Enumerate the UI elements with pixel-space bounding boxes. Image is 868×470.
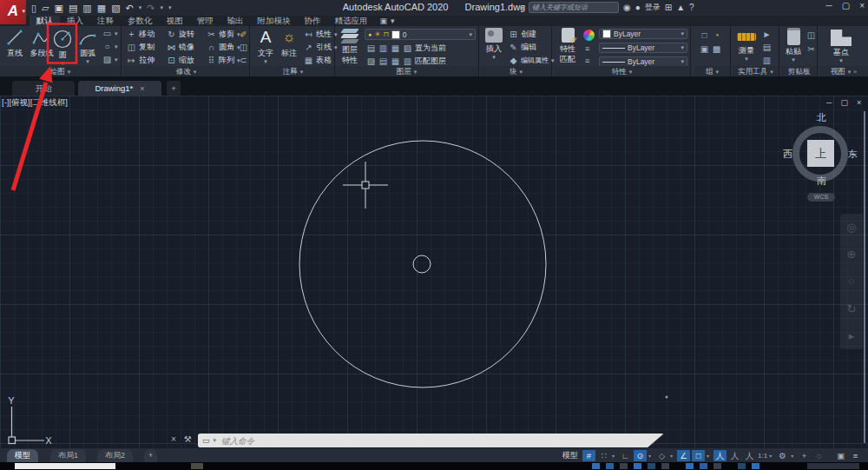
tool-group[interactable]: □◔ [700,30,721,41]
redo-button[interactable]: ↷ [147,1,155,15]
taskbar-icon[interactable] [648,463,655,469]
viewcube-top-face[interactable]: 上 [807,140,834,167]
user-icon[interactable]: ● [635,3,641,12]
showmotion-icon[interactable]: ▸ [849,329,855,342]
tool-measure[interactable]: 测量 ▾ [735,28,758,61]
new-drawing-tab-button[interactable]: + [167,81,181,96]
tool-trim[interactable]: ✂修剪▾ [207,29,240,40]
search-input[interactable] [529,2,619,13]
new-layout-button[interactable]: + [144,449,157,462]
lineweight-dropdown[interactable]: ByLayer ▾ [599,43,687,53]
panel-label-annotation[interactable]: 注释▾ [252,66,334,76]
tab-output[interactable]: 输出 [220,16,251,26]
taskbar-icon[interactable] [700,463,707,469]
customization-plus-button[interactable]: + [798,450,811,461]
arc-caret[interactable]: ▾ [86,59,89,63]
tool-circle[interactable]: 圆 ▾ [49,28,76,65]
color-wheel-icon[interactable] [583,30,595,41]
app-store-icon[interactable]: ⊞ [665,3,672,12]
isodraft-toggle[interactable]: ◇ [655,450,668,461]
orbit-icon[interactable]: ↻ [847,302,857,315]
circle-caret[interactable]: ▾ [61,61,64,65]
plot-button[interactable]: ▥ [82,1,91,15]
autodesk-alert-icon[interactable]: ▲ [676,3,685,12]
object-snap-tracking-toggle[interactable]: ∠ [677,450,690,461]
restore-button[interactable]: ▢ [842,1,850,10]
layer-on-tool-icon[interactable]: ▨ [366,56,376,66]
layer-unlock-icon[interactable]: ▥ [403,56,412,66]
tool-scale[interactable]: ⊡缩放 [167,55,194,66]
new-file-button[interactable]: ▯ [31,1,36,15]
layer-isolate-icon[interactable]: ▥ [378,43,388,53]
tool-rotate[interactable]: ↻旋转 [167,29,194,40]
panel-label-groups[interactable]: 组▾ [694,66,730,76]
tool-paste[interactable]: 粘贴 ▾ [783,28,804,62]
tool-cut-clip[interactable]: ✂ [806,43,816,55]
taskbar-icon[interactable] [752,463,760,469]
tool-base-point[interactable]: 基点 ▾ [828,28,854,63]
drawing-canvas[interactable] [0,96,868,448]
taskbar-icon[interactable] [620,463,628,469]
snap-toggle[interactable]: ∷ [597,450,610,461]
viewport-controls-label[interactable]: [-][俯视][二维线框] [2,97,68,109]
tool-offset[interactable]: ⊂ [239,55,248,66]
undo-button[interactable]: ↶ [126,1,134,15]
tool-layer-properties[interactable]: 图层 特性 [337,28,363,66]
layer-unisolate-icon[interactable]: ▤ [378,56,388,66]
tool-fillet[interactable]: ∩圆角▾ [207,42,240,53]
taskbar-app-button[interactable] [191,463,203,469]
vp-minimize-icon[interactable]: ─ [826,98,832,107]
binoculars-search-icon[interactable]: ◉ [623,3,631,12]
tab-addins[interactable]: 附加模块 [251,16,298,26]
isolate-objects-button[interactable]: ◌ [812,450,825,461]
model-space-label[interactable]: 模型 [562,450,578,461]
application-menu-button[interactable]: A▾ [0,0,26,24]
minimize-button[interactable]: ─ [826,1,832,10]
annotation-scale-icon[interactable]: 人 [743,450,756,461]
tool-copy[interactable]: ◫复制 [127,42,155,53]
panel-label-utilities[interactable]: 实用工具▾ [733,66,779,76]
screencast-icon[interactable]: ▣ [380,16,388,26]
tool-hatch[interactable]: ▨▾ [102,54,118,65]
taskbar-icon[interactable] [592,463,600,469]
viewcube-west[interactable]: 西 [783,148,792,161]
set-current-button[interactable]: 置为当前 [415,43,446,54]
panel-label-block[interactable]: 块▾ [481,66,551,76]
tool-dimension[interactable]: ☼ 标注 [278,28,300,59]
isodraft-caret[interactable]: ▾ [670,453,675,459]
polar-caret[interactable]: ▾ [648,453,654,459]
file-tab-start[interactable]: 开始 [12,81,75,96]
tool-linear[interactable]: ↤线性▾ [304,29,338,40]
layout1-tab[interactable]: 布局1 [50,449,86,462]
canvas-scrollbar[interactable] [864,111,865,443]
panel-label-properties[interactable]: 特性▾ [554,66,690,76]
tool-quick-select[interactable]: ► [762,29,772,40]
save-as-button[interactable]: ▤ [69,1,77,15]
taskbar-tray[interactable] [807,463,859,469]
tab-collaborate[interactable]: 协作 [298,16,328,26]
osnap-caret[interactable]: ▾ [707,453,712,459]
taskbar-search-box[interactable] [15,463,115,469]
panel-label-modify[interactable]: 修改▾ [123,66,249,76]
close-tab-icon[interactable]: × [140,84,144,93]
taskbar-icon[interactable] [738,463,746,469]
command-line-bar[interactable]: ▭ ▾ [198,434,664,447]
tab-featured-apps[interactable]: 精选应用 [328,16,375,26]
zoom-icon[interactable]: ○ [848,275,855,288]
tab-annotate[interactable]: 注释 [90,16,121,26]
recent-commands-icon[interactable]: ▭ [202,436,210,445]
tool-arc[interactable]: 圆弧 ▾ [76,28,100,63]
tool-match-properties[interactable]: ✐ 特性 匹配 [556,28,580,65]
viewcube-east[interactable]: 东 [848,148,858,161]
command-input[interactable] [220,435,664,447]
tool-insert-block[interactable]: 插入 ▾ [483,28,505,59]
annotation-scale-value[interactable]: 1:1 [758,452,767,460]
tool-array[interactable]: ⠿阵列▾ [207,55,240,66]
tab-home[interactable]: 默认 [30,16,60,26]
object-snap-toggle[interactable]: □ [692,450,705,461]
annotation-scale-caret[interactable]: ▾ [769,453,774,459]
workspace-switch-button[interactable]: ⚙ [776,450,789,461]
layer-dropdown[interactable]: ● ☀ ⊓ 0 ▾ [365,29,476,40]
tool-create-block[interactable]: ⊞创建 [509,29,536,40]
print-button[interactable]: ▧ [111,1,120,15]
